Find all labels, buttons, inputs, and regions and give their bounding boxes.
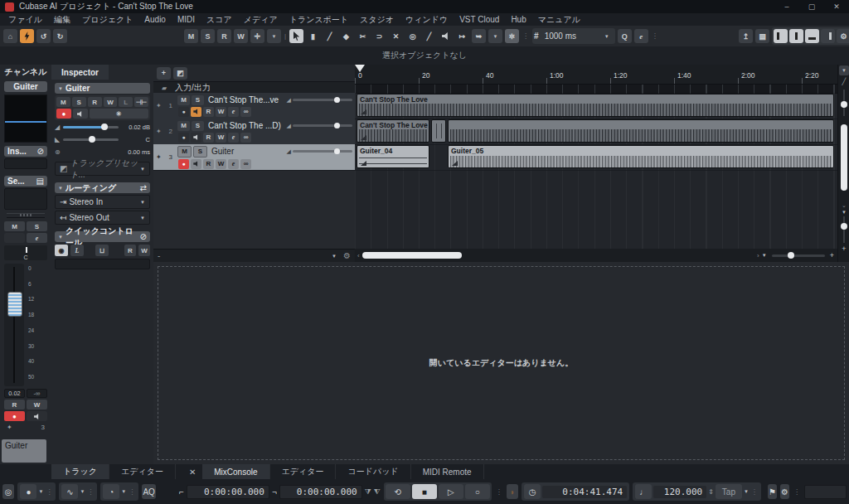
menu-vst-cloud[interactable]: VST Cloud (459, 15, 499, 24)
constrain-delay-button[interactable]: ◎ (2, 484, 14, 499)
project-activate-button[interactable] (20, 29, 34, 43)
track1-write-button[interactable]: W (216, 107, 226, 117)
menu-hub[interactable]: Hub (511, 15, 526, 24)
tab-editor-lower[interactable]: エディター (270, 464, 337, 479)
inspector-tab[interactable]: Inspector (51, 65, 109, 80)
quick-controls-section[interactable]: ▼クイックコントロール ⊘ (55, 231, 150, 242)
track3-monitor-button[interactable] (191, 159, 201, 169)
time-format-button[interactable]: ◷ (524, 484, 541, 499)
tempo-spinner[interactable]: ⇕ (708, 488, 714, 496)
zoom-in-vertical-icon[interactable]: + (838, 245, 849, 253)
track2-write-button[interactable]: W (216, 133, 226, 143)
tab-mixconsole[interactable]: MixConsole (202, 464, 269, 479)
tool-draw[interactable]: ╱ (323, 29, 337, 43)
menu-manual[interactable]: マニュアル (538, 14, 580, 26)
track-preset-select[interactable]: ◩ トラックプリセット... ▼ (55, 162, 150, 176)
routing-section[interactable]: ▼ルーティング ⇄ (55, 182, 150, 193)
horizontal-zoom-slider[interactable] (772, 254, 825, 257)
lower-zone-toggle[interactable] (789, 29, 803, 43)
track3-volume-slider[interactable] (293, 150, 352, 153)
clip-volume-handle[interactable] (361, 109, 366, 114)
chevron-down-icon[interactable]: ▼ (38, 489, 43, 494)
track2-monitor-button[interactable] (191, 133, 201, 143)
track2-edit-button[interactable]: e (228, 133, 239, 143)
gear-icon[interactable]: ⚙ (343, 251, 351, 260)
clip-volume-handle[interactable] (361, 135, 366, 140)
audio-clip-track2-c[interactable] (448, 119, 834, 143)
onscreen-keyboard-button[interactable]: ▤ (755, 29, 769, 43)
channel-name-box[interactable]: Guiter (2, 439, 46, 463)
tool-zoom[interactable]: ◎ (405, 29, 420, 43)
track1-solo-button[interactable]: S (192, 95, 204, 105)
play-button[interactable]: ▷ (439, 484, 463, 499)
track-row-1[interactable]: ✦1 M S Can't Stop The...ve ◢ ● R W (153, 93, 355, 119)
tool-scrub[interactable]: ↦ (455, 29, 469, 43)
tool-line[interactable]: ╱ (422, 29, 436, 43)
audio-clip-track2-a[interactable]: Can't Stop The Love (357, 119, 429, 143)
chevron-down-icon[interactable]: ▼ (744, 489, 749, 494)
clip-volume-handle[interactable] (452, 161, 458, 166)
channel-tab[interactable]: チャンネル (0, 65, 51, 80)
track2-volume-slider[interactable] (293, 124, 352, 127)
snap-button[interactable]: ✲ (505, 29, 519, 43)
qc-power-button[interactable]: ◉ (55, 245, 68, 256)
tool-play[interactable] (439, 29, 453, 43)
pencil-icon[interactable]: ╱ (838, 76, 849, 86)
export-button[interactable]: ↥ (739, 29, 753, 43)
tab-midi-remote[interactable]: MIDI Remote (411, 464, 484, 479)
insp-read-button[interactable]: R (88, 97, 102, 107)
tool-erase[interactable]: ◆ (339, 29, 353, 43)
minimize-button[interactable]: – (774, 0, 799, 13)
quantize-button[interactable]: Q (618, 29, 632, 43)
panel-resize-handle[interactable] (7, 213, 45, 218)
redo-button[interactable]: ↻ (53, 29, 67, 43)
fader-cap[interactable] (7, 292, 22, 317)
tab-track[interactable]: トラック (51, 464, 109, 479)
zoom-in-icon[interactable]: + (830, 251, 834, 259)
menu-file[interactable]: ファイル (8, 14, 42, 26)
menu-midi[interactable]: MIDI (177, 15, 195, 24)
channel-mute-button[interactable]: M (4, 221, 25, 231)
menu-project[interactable]: プロジェクト (82, 14, 133, 26)
undo-button[interactable]: ↺ (36, 29, 51, 43)
right-zone-toggle[interactable] (821, 29, 835, 43)
tool-split[interactable]: ✂ (356, 29, 370, 43)
cycle-button[interactable]: ⟲ (386, 484, 410, 499)
left-zone-toggle[interactable] (774, 29, 788, 43)
right-status-field[interactable] (804, 485, 847, 499)
channel-solo-button[interactable]: S (27, 221, 47, 231)
right-locator-field[interactable]: 0:00:00.000 (279, 485, 362, 499)
chevron-down-icon[interactable]: ▼ (762, 253, 767, 258)
qc-learn-button[interactable]: L (70, 245, 84, 256)
maximize-button[interactable]: ▢ (799, 0, 824, 13)
vertical-scrollbar[interactable] (838, 119, 849, 202)
tab-chord-pads[interactable]: コードパッド (336, 464, 410, 479)
tempo-track-button[interactable]: ♩ (635, 484, 652, 499)
scroll-down-arrow[interactable]: ⌄ (838, 202, 849, 209)
input-routing-select[interactable]: ⇥Stereo In ▼ (55, 195, 150, 209)
track1-edit-button[interactable]: e (228, 107, 239, 117)
close-button[interactable]: ✕ (824, 0, 849, 13)
track3-mute-button[interactable]: M (177, 146, 192, 158)
peak-level-value[interactable]: -∞ (27, 389, 47, 398)
sends-slot[interactable] (4, 188, 47, 210)
track-height-zoom-knob[interactable] (841, 223, 847, 230)
track1-volume-slider[interactable] (293, 99, 352, 101)
inserts-section[interactable]: Ins...⊘ (4, 146, 47, 157)
setup-window-layout-button[interactable]: ⚙ (837, 29, 849, 43)
audio-clip-guiter05[interactable]: Guiter_05 (448, 145, 834, 168)
transport-setup-button[interactable]: ⚙ (780, 484, 789, 499)
punch-out-icon[interactable]: ⧨ (374, 487, 381, 497)
event-display[interactable]: Can't Stop The Love Can't Stop The Love (355, 93, 837, 249)
track1-mute-button[interactable]: M (177, 95, 190, 105)
pan-slider[interactable] (63, 138, 119, 141)
bottom-zone-toggle[interactable] (805, 29, 819, 43)
menu-studio[interactable]: スタジオ (360, 14, 394, 26)
insp-solo-button[interactable]: S (72, 97, 86, 107)
solo-all-button[interactable]: S (201, 29, 215, 43)
autoscroll-button[interactable]: ✛ (250, 29, 264, 43)
pre-roll-button[interactable]: ◗ (507, 484, 518, 499)
comp-tool-button[interactable]: ➥ (472, 29, 486, 43)
track-preset-button[interactable]: ◩ (173, 67, 187, 80)
insp-mute-button[interactable]: M (56, 97, 70, 107)
